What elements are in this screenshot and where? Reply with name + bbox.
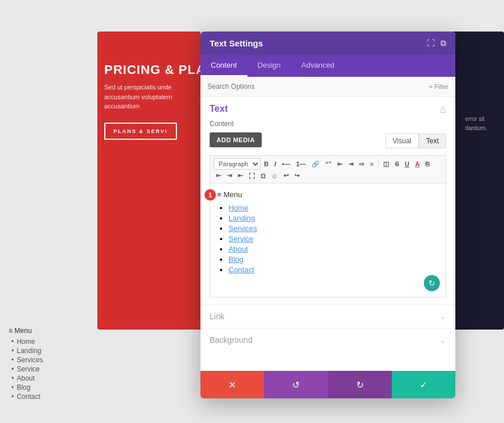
editor-item-landing: Landing <box>229 214 439 222</box>
sidebar-menu-title: ≡ Menu <box>9 327 83 335</box>
editor-item-services: Services <box>229 224 439 233</box>
special-char-button[interactable]: Ω <box>258 171 268 181</box>
redo-button[interactable]: ↻ <box>328 371 392 398</box>
editor-nav-list: Home Landing Services Service About Blog… <box>217 203 439 274</box>
editor-link-contact[interactable]: Contact <box>229 265 254 274</box>
text-section-header: Text △ <box>210 104 446 114</box>
sidebar-item-service[interactable]: Service <box>11 365 83 373</box>
sidebar-nav-list: Home Landing Services Service About Blog… <box>9 338 83 401</box>
background-section[interactable]: Background ⌄ <box>200 328 455 351</box>
toolbar-undo-button[interactable]: ↩ <box>281 171 291 181</box>
editor-link-home[interactable]: Home <box>229 203 249 212</box>
link-section[interactable]: Link ⌄ <box>200 304 455 328</box>
plans-button[interactable]: PLANS & SERVI <box>104 123 177 140</box>
align-justify-button[interactable]: ≡ <box>368 159 376 169</box>
content-label: Content <box>210 120 446 128</box>
modal-tabs: Content Design Advanced <box>200 55 455 77</box>
indent-out-button[interactable]: ⇤ <box>214 171 223 181</box>
link-section-label: Link <box>210 312 225 321</box>
text-section: Text △ Content ADD MEDIA Visual Text Par… <box>200 97 455 304</box>
editor-link-landing[interactable]: Landing <box>229 214 255 222</box>
grid-icon[interactable]: ⧉ <box>440 38 446 48</box>
link-button[interactable]: 🔗 <box>309 159 322 169</box>
strikethrough-button[interactable]: S <box>392 159 401 169</box>
fullscreen-button[interactable]: ⛶ <box>246 171 257 181</box>
hero-title: PRICING & PLA <box>104 63 206 77</box>
background-section-label: Background <box>210 335 253 344</box>
ordered-list-button[interactable]: 1— <box>294 159 308 169</box>
editor-link-blog[interactable]: Blog <box>229 255 243 264</box>
text-view-button[interactable]: Text <box>419 134 446 148</box>
link-chevron-icon: ⌄ <box>439 312 446 321</box>
sidebar-link-home[interactable]: Home <box>17 338 35 346</box>
modal-header: Text Settings ⛶ ⧉ <box>200 32 455 55</box>
paragraph-select[interactable]: Paragraph <box>214 158 261 170</box>
sidebar-item-landing[interactable]: Landing <box>11 347 83 355</box>
align-center-button[interactable]: ⇥ <box>346 159 356 169</box>
refresh-button[interactable]: ↻ <box>424 275 440 291</box>
search-input[interactable] <box>207 83 379 91</box>
editor-item-contact: Contact <box>229 265 439 274</box>
add-media-button[interactable]: ADD MEDIA <box>210 132 262 147</box>
editor-link-service[interactable]: Service <box>229 234 253 243</box>
badge-1: 1 <box>204 189 216 201</box>
hero-content: PRICING & PLA Sed ut perspiciatis unde a… <box>104 63 206 140</box>
search-bar: + Filter <box>200 77 455 97</box>
font-color-button[interactable]: A <box>413 159 422 169</box>
sidebar-item-about[interactable]: About <box>11 374 83 382</box>
editor-toolbar: Paragraph B I •— 1— 🔗 “” ⇤ ⇥ ⇨ ≡ ◫ S U A… <box>210 155 446 183</box>
modal-title: Text Settings <box>210 38 263 48</box>
sidebar-item-services[interactable]: Services <box>11 356 83 364</box>
emoji-button[interactable]: ☺ <box>269 171 280 181</box>
text-section-title: Text <box>210 104 228 114</box>
tab-content[interactable]: Content <box>200 55 247 77</box>
indent-in-button[interactable]: ⇥ <box>225 171 234 181</box>
save-button[interactable]: ✓ <box>392 371 455 398</box>
modal-header-icons: ⛶ ⧉ <box>427 38 446 48</box>
filter-button[interactable]: + Filter <box>429 83 448 90</box>
editor-menu-heading: ≡ Menu <box>217 190 439 199</box>
editor-link-about[interactable]: About <box>229 245 248 253</box>
table-button[interactable]: ◫ <box>381 159 391 169</box>
editor-item-home: Home <box>229 203 439 212</box>
sidebar-link-landing[interactable]: Landing <box>17 347 41 355</box>
align-left-button[interactable]: ⇤ <box>335 159 345 169</box>
blockquote-button[interactable]: “” <box>323 159 334 169</box>
editor-item-blog: Blog <box>229 255 439 264</box>
underline-button[interactable]: U <box>403 159 412 169</box>
tab-design[interactable]: Design <box>247 55 291 77</box>
visual-view-button[interactable]: Visual <box>385 134 419 148</box>
italic-button[interactable]: I <box>272 159 278 169</box>
align-right-button[interactable]: ⇨ <box>357 159 367 169</box>
toolbar-redo-button[interactable]: ↪ <box>292 171 302 181</box>
bold-button[interactable]: B <box>262 159 271 169</box>
sidebar-item-home[interactable]: Home <box>11 338 83 346</box>
view-toggle: Visual Text <box>385 134 446 148</box>
tab-advanced[interactable]: Advanced <box>291 55 345 77</box>
dark-section-text: error sit dantium. <box>465 115 499 133</box>
sidebar-link-services[interactable]: Services <box>17 356 43 364</box>
editor-content[interactable]: 1 ≡ Menu Home Landing Services Service A… <box>210 183 446 297</box>
sidebar-link-contact[interactable]: Contact <box>17 393 40 401</box>
dark-section <box>452 32 504 330</box>
background-chevron-icon: ⌄ <box>439 335 446 344</box>
indent-out2-button[interactable]: ⇤ <box>235 171 245 181</box>
toolbar-divider-1 <box>378 159 379 169</box>
hero-description: Sed ut perspiciatis unde accusantium vol… <box>104 83 193 111</box>
sidebar-link-blog[interactable]: Blog <box>17 383 30 391</box>
undo-button[interactable]: ↺ <box>264 371 328 398</box>
editor-link-services[interactable]: Services <box>229 224 257 233</box>
expand-icon[interactable]: ⛶ <box>427 38 435 48</box>
sidebar-item-contact[interactable]: Contact <box>11 393 83 401</box>
modal-body: Text △ Content ADD MEDIA Visual Text Par… <box>200 97 455 371</box>
paste-special-button[interactable]: ⎘ <box>423 159 432 169</box>
section-collapse-icon[interactable]: △ <box>440 104 446 113</box>
cancel-button[interactable]: ✕ <box>200 371 264 398</box>
sidebar-item-blog[interactable]: Blog <box>11 383 83 391</box>
sidebar-link-service[interactable]: Service <box>17 365 40 373</box>
sidebar-link-about[interactable]: About <box>17 374 34 382</box>
editor-item-service: Service <box>229 234 439 243</box>
editor-item-about: About <box>229 245 439 253</box>
unordered-list-button[interactable]: •— <box>279 159 293 169</box>
text-settings-modal: Text Settings ⛶ ⧉ Content Design Advance… <box>200 32 455 398</box>
